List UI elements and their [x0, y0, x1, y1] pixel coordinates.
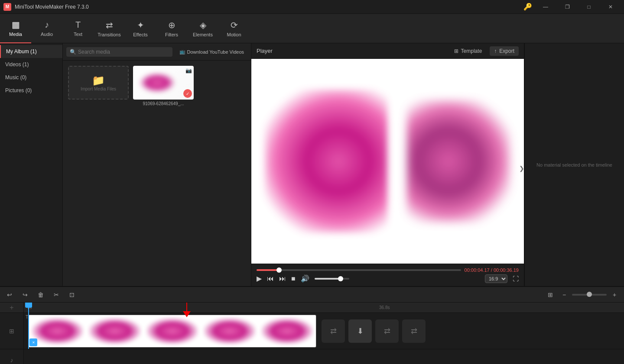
app-title: MiniTool MovieMaker Free 7.3.0: [15, 4, 523, 10]
time-display: 00:00:04.17 / 00:00:36.19: [465, 267, 519, 273]
aspect-ratio-select[interactable]: 16:9: [485, 274, 507, 283]
toolbar-effects[interactable]: ✦ Effects: [125, 14, 156, 43]
media-icon: ▦: [12, 19, 20, 30]
motion-icon: ⟳: [231, 20, 238, 30]
timeline-content: 0s 36.8s Track1: [24, 303, 624, 364]
window-controls: — ❐ □ ✕: [536, 0, 621, 14]
template-button[interactable]: ⊞ Template: [450, 46, 487, 56]
filters-icon: ⊕: [168, 20, 176, 30]
zoom-in-button[interactable]: +: [608, 289, 621, 301]
close-button[interactable]: ✕: [601, 0, 621, 14]
download-icon: 📺: [179, 49, 185, 55]
track-action-loop[interactable]: ⇄: [322, 319, 345, 343]
toolbar-transitions[interactable]: ⇄ Transitions: [94, 14, 125, 43]
volume-dot: [338, 276, 343, 281]
panel-chevron[interactable]: ❯: [519, 165, 524, 172]
clip-thumb-3: [143, 315, 201, 347]
transitions-icon: ⇄: [106, 20, 113, 30]
track-action-download[interactable]: ⬇: [348, 319, 372, 343]
toolbar-motion[interactable]: ⟳ Motion: [218, 14, 250, 43]
import-media-item[interactable]: 📁 Import Media Files: [68, 66, 129, 106]
video-track-row: Track1: [24, 313, 624, 349]
app-icon: M: [3, 3, 11, 11]
player-panel: Player ⊞ Template ↑ Export 00:00:04.17: [251, 43, 524, 286]
media-panel: 🔍 📺 Download YouTube Videos 📁 Import Med…: [63, 43, 251, 286]
toolbar-filters[interactable]: ⊕ Filters: [156, 14, 187, 43]
delete-button[interactable]: 🗑: [35, 289, 47, 301]
split-icon[interactable]: ⊞: [544, 289, 556, 301]
cut-button[interactable]: ✂: [50, 289, 62, 301]
video-clip[interactable]: ✕: [28, 315, 316, 348]
timeline-body: + ⊞ ♪ 0s 36.8s Track1: [0, 303, 624, 364]
toolbar-text[interactable]: T Text: [62, 14, 94, 43]
elements-icon: ◈: [200, 20, 206, 30]
timeline-cursor[interactable]: [28, 304, 29, 349]
timeline-toolbar: ↩ ↪ 🗑 ✂ ⊡ ⊞ − +: [0, 287, 624, 303]
media-grid: 📁 Import Media Files 📷 ✓ 91069-628462649…: [63, 61, 251, 111]
timeline-track-headers: + ⊞ ♪: [0, 303, 24, 364]
audio-icon: ♪: [45, 20, 49, 30]
video-label: 91069-628462649_...: [143, 101, 184, 106]
import-thumb[interactable]: 📁 Import Media Files: [68, 66, 129, 100]
toolbar-media[interactable]: ▦ Media: [0, 14, 31, 43]
key-icon[interactable]: 🔑: [523, 3, 532, 11]
volume-bar[interactable]: [315, 278, 349, 280]
download-youtube-button[interactable]: 📺 Download YouTube Videos: [176, 47, 248, 56]
play-button[interactable]: ▶: [257, 274, 262, 283]
import-icon: 📁: [92, 74, 105, 87]
track-action-share1[interactable]: ⇄: [375, 319, 399, 343]
add-track-icon[interactable]: +: [10, 304, 13, 312]
video-media-item[interactable]: 📷 ✓ 91069-628462649_...: [133, 66, 194, 106]
player-header: Player ⊞ Template ↑ Export: [251, 43, 524, 59]
timeline-ruler: 0s 36.8s: [24, 303, 624, 313]
audio-track-row: [24, 349, 624, 364]
fullscreen-button[interactable]: ⛶: [513, 275, 519, 282]
player-controls: 00:00:04.17 / 00:00:36.19 ▶ ⏮ ⏭ ■ 🔊 16:9: [251, 264, 524, 286]
zoom-controls: ⊞ − +: [544, 289, 621, 301]
sidebar-item-videos[interactable]: Videos (1): [0, 58, 62, 71]
audio-track-header: ♪: [0, 349, 23, 364]
ruler-header: +: [0, 303, 23, 313]
export-button[interactable]: ↑ Export: [490, 46, 519, 56]
sidebar-item-pictures[interactable]: Pictures (0): [0, 84, 62, 97]
effects-icon: ✦: [137, 20, 144, 30]
clip-marker: ✕: [29, 338, 37, 346]
main-toolbar: ▦ Media ♪ Audio T Text ⇄ Transitions ✦ E…: [0, 14, 624, 43]
next-frame-button[interactable]: ⏭: [279, 275, 286, 283]
import-label: Import Media Files: [81, 87, 116, 91]
progress-fill: [257, 269, 279, 271]
track-action-share2[interactable]: ⇄: [402, 319, 426, 343]
zoom-bar[interactable]: [572, 294, 607, 296]
ruler-mark-end: 36.8s: [379, 305, 390, 310]
track1-header: ⊞: [0, 313, 23, 349]
media-toolbar: 🔍 📺 Download YouTube Videos: [63, 43, 251, 61]
search-box[interactable]: 🔍: [66, 47, 172, 57]
restore-button[interactable]: ❐: [557, 0, 577, 14]
toolbar-elements[interactable]: ◈ Elements: [187, 14, 218, 43]
volume-fill: [315, 278, 341, 280]
drag-arrow: [186, 303, 187, 313]
sidebar-item-music[interactable]: Music (0): [0, 71, 62, 84]
redo-button[interactable]: ↪: [19, 289, 31, 301]
no-material-label: No material selected on the timeline: [536, 162, 612, 168]
toolbar-audio[interactable]: ♪ Audio: [31, 14, 62, 43]
stop-button[interactable]: ■: [291, 275, 296, 283]
minimize-button[interactable]: —: [536, 0, 556, 14]
maximize-button[interactable]: □: [579, 0, 599, 14]
player-title: Player: [257, 48, 450, 54]
crop-button[interactable]: ⊡: [66, 289, 78, 301]
clip-thumbnails: [29, 315, 316, 347]
clip-thumb-4: [201, 315, 259, 347]
video-thumb[interactable]: 📷 ✓: [133, 66, 194, 100]
main-area: My Album (1) Videos (1) Music (0) Pictur…: [0, 43, 624, 286]
volume-icon[interactable]: 🔊: [301, 274, 309, 283]
properties-panel: No material selected on the timeline: [524, 43, 624, 286]
progress-bar[interactable]: [257, 269, 461, 271]
zoom-out-button[interactable]: −: [558, 289, 570, 301]
search-input[interactable]: [78, 49, 169, 55]
undo-button[interactable]: ↩: [3, 289, 16, 301]
text-icon: T: [75, 20, 81, 30]
prev-frame-button[interactable]: ⏮: [267, 275, 274, 283]
sidebar-item-my-album[interactable]: My Album (1): [0, 45, 62, 58]
zoom-handle: [587, 292, 592, 297]
